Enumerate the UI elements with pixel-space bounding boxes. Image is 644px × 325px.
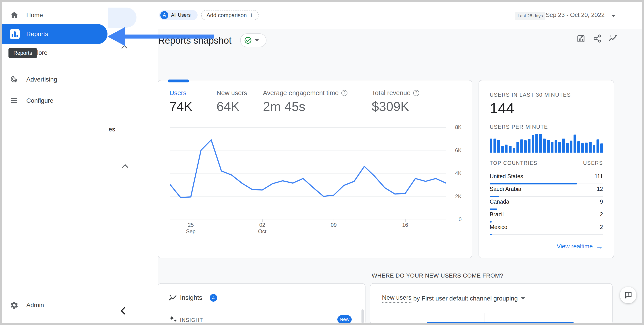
insight-sparkle-icon <box>168 315 178 324</box>
metric-label: Users <box>170 89 192 97</box>
minute-bar <box>501 146 504 153</box>
metric-value: 64K <box>216 99 247 114</box>
realtime-users-count: 144 <box>490 100 514 117</box>
users-per-minute-bars <box>490 134 603 153</box>
annotation-arrow-head <box>108 27 125 46</box>
minute-bar <box>551 142 554 153</box>
new-users-channel-card <box>370 283 612 325</box>
metric-value: 74K <box>170 99 192 114</box>
x-tick-label: 25Sep <box>186 222 196 235</box>
metric-label: Total revenue <box>372 89 410 97</box>
y-tick-label: 0 <box>449 216 462 223</box>
check-circle-icon <box>244 36 252 44</box>
nav-divider <box>108 156 130 156</box>
minute-bar <box>524 140 527 153</box>
view-realtime-link[interactable]: View realtime → <box>490 242 603 251</box>
channel-grouping-selector[interactable]: New users by First user default channel … <box>382 294 525 303</box>
country-users: 9 <box>600 199 603 205</box>
app-window: es A All Users Add comparison + Last 28 … <box>0 0 644 325</box>
sidebar-item-configure[interactable]: Configure <box>26 97 53 104</box>
share-icon[interactable] <box>593 34 602 43</box>
sidebar-item-advertising[interactable]: Advertising <box>26 76 57 83</box>
segment-avatar: A <box>160 11 168 19</box>
minute-bar <box>581 143 584 153</box>
minute-bar <box>505 145 508 153</box>
add-comparison-label: Add comparison <box>206 12 247 18</box>
segment-chip-label: All Users <box>171 12 191 18</box>
table-row: Mexico 2 <box>490 222 603 235</box>
users-line-chart <box>170 127 446 219</box>
add-comparison-button[interactable]: Add comparison + <box>201 10 259 20</box>
sidebar-item-reports-label: Reports <box>26 30 48 38</box>
feedback-button[interactable] <box>620 287 636 304</box>
channel-bar-fragment <box>427 322 574 324</box>
minute-bar <box>562 139 565 153</box>
reports-icon <box>10 29 20 39</box>
x-tick-label: 02Oct <box>258 222 266 235</box>
metric-tab-total-revenue[interactable]: Total revenue? $309K <box>372 89 419 114</box>
search-bar-fragment[interactable] <box>108 7 136 28</box>
insights-scrollbar[interactable] <box>362 310 364 323</box>
minute-bar <box>570 141 572 153</box>
minute-bar <box>600 143 603 153</box>
help-icon[interactable]: ? <box>413 90 419 96</box>
x-tick-mark <box>334 219 334 222</box>
country-users: 111 <box>594 173 603 180</box>
new-badge: New <box>338 315 352 324</box>
dimension-link[interactable]: New users <box>382 294 412 303</box>
advertising-icon <box>10 75 19 84</box>
help-icon[interactable]: ? <box>342 90 348 96</box>
reports-tooltip: Reports <box>8 48 37 58</box>
users-line <box>170 140 446 198</box>
chevron-down-icon[interactable] <box>521 297 525 300</box>
metric-tab-users[interactable]: Users 74K <box>170 89 192 114</box>
table-row: Brazil 2 <box>490 209 603 222</box>
active-metric-tab-indicator <box>168 79 189 82</box>
topbar-divider <box>156 29 642 29</box>
minute-bar <box>516 142 519 153</box>
customize-report-icon[interactable] <box>576 34 586 43</box>
metric-tab-engagement-time[interactable]: Average engagement time? 2m 45s <box>263 89 348 114</box>
date-range-selector[interactable]: Sep 23 - Oct 20, 2022 <box>546 11 604 18</box>
country-name: Saudi Arabia <box>490 186 521 192</box>
minute-bar <box>494 139 496 153</box>
chevron-down-icon <box>255 39 259 41</box>
minute-bar <box>532 135 534 153</box>
minute-bar <box>543 139 546 153</box>
x-tick-mark <box>262 219 263 222</box>
report-state-dropdown[interactable] <box>240 33 266 47</box>
country-name: United States <box>490 173 523 180</box>
minute-bar <box>536 134 538 153</box>
arrow-right-icon: → <box>596 242 603 251</box>
table-row: United States 111 <box>490 171 603 184</box>
country-name: Canada <box>490 199 509 205</box>
metric-tab-new-users[interactable]: New users 64K <box>216 89 247 114</box>
minute-bar <box>513 148 515 153</box>
insight-row-label[interactable]: INSIGHT <box>180 317 203 323</box>
minute-bar <box>490 139 492 153</box>
country-users: 2 <box>600 211 603 218</box>
minute-bar <box>554 140 557 153</box>
country-users: 12 <box>597 186 603 192</box>
sidebar-item-admin[interactable]: Admin <box>26 301 44 309</box>
countries-table-header: TOP COUNTRIES USERS <box>490 160 603 166</box>
metric-label: Average engagement time <box>263 89 339 97</box>
country-name: Mexico <box>490 224 507 230</box>
sidebar-item-home[interactable]: Home <box>26 11 43 19</box>
minute-bar <box>547 140 550 153</box>
x-tick-mark <box>191 219 191 222</box>
minute-bar <box>539 134 542 153</box>
plus-icon: + <box>250 12 254 18</box>
minute-bar <box>566 143 569 153</box>
home-icon <box>10 11 19 19</box>
column-header: USERS <box>583 160 603 166</box>
chevron-down-icon[interactable] <box>612 15 616 17</box>
table-row: Saudi Arabia 12 <box>490 184 603 197</box>
insights-icon[interactable] <box>608 34 618 43</box>
minute-bar <box>589 142 591 153</box>
country-users: 2 <box>600 224 603 230</box>
segment-chip-all-users[interactable]: A All Users <box>159 10 198 20</box>
insights-count-badge: 4 <box>210 294 217 302</box>
report-nav-panel <box>108 2 157 323</box>
insights-title[interactable]: Insights <box>180 294 202 301</box>
